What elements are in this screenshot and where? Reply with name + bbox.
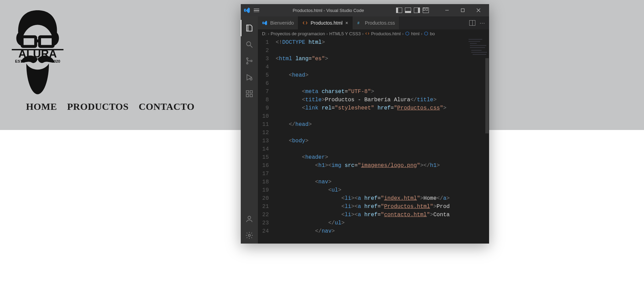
code-line[interactable] (276, 129, 489, 137)
minimize-button[interactable] (439, 4, 455, 16)
svg-line-13 (250, 45, 252, 48)
svg-point-22 (248, 216, 251, 219)
explorer-icon[interactable] (241, 20, 258, 36)
accounts-icon[interactable] (241, 211, 258, 227)
vscode-logo-icon (244, 7, 250, 14)
code-line[interactable]: <link rel="stylesheet" href="Productos.c… (276, 104, 489, 112)
toggle-secondary-sidebar-icon[interactable] (414, 8, 420, 13)
vscode-window: Productos.html - Visual Studio Code (241, 4, 489, 244)
more-actions-icon[interactable]: ⋯ (479, 20, 485, 26)
window-controls (439, 4, 486, 16)
code-line[interactable] (276, 63, 489, 71)
svg-point-23 (248, 234, 250, 236)
window-title: Productos.html - Visual Studio Code (264, 8, 393, 13)
editor-area: Bienvenido Productos.html × # Productos.… (258, 16, 489, 244)
code-line[interactable]: <li><a href="Productos.html">Prod (276, 203, 489, 211)
line-number: 17 (258, 170, 269, 178)
breadcrumb-segment[interactable]: HTML5 Y CSS3 (329, 31, 361, 36)
code-content[interactable]: <!DOCTYPE html><html lang="es"> <head> <… (276, 38, 489, 244)
code-line[interactable]: </ul> (276, 219, 489, 227)
tab-productos-css[interactable]: # Productos.css (353, 16, 399, 29)
code-line[interactable] (276, 47, 489, 55)
code-line[interactable]: <!DOCTYPE html> (276, 38, 489, 47)
code-line[interactable]: <ul> (276, 186, 489, 194)
breadcrumb-segment[interactable]: Productos.html (371, 31, 401, 36)
tab-label: Productos.html (311, 20, 342, 26)
source-control-icon[interactable] (241, 53, 258, 69)
svg-rect-31 (471, 52, 487, 53)
line-number: 19 (258, 186, 269, 194)
breadcrumb-segment[interactable]: html (411, 31, 420, 36)
code-line[interactable]: <li><a href="contacto.html">Conta (276, 211, 489, 219)
svg-rect-29 (470, 47, 485, 48)
line-number: 5 (258, 71, 269, 79)
nav-home[interactable]: HOME (26, 101, 57, 112)
svg-point-16 (251, 60, 252, 62)
split-editor-icon[interactable] (469, 20, 475, 26)
code-line[interactable] (276, 145, 489, 153)
vscode-welcome-icon (262, 20, 267, 26)
svg-rect-1 (40, 37, 53, 46)
code-line[interactable]: <h1><img src="imagenes/logo.png"></h1> (276, 161, 489, 170)
breadcrumb-segment[interactable]: bo (430, 31, 435, 36)
run-debug-icon[interactable] (241, 69, 258, 86)
css-file-icon: # (357, 20, 362, 26)
customize-layout-icon[interactable] (423, 8, 429, 13)
line-number-gutter: 123456789101112131415161718192021222324 (258, 38, 276, 244)
code-line[interactable]: <nav> (276, 178, 489, 186)
code-editor[interactable]: 123456789101112131415161718192021222324 … (258, 38, 489, 244)
close-button[interactable] (471, 4, 486, 16)
line-number: 12 (258, 129, 269, 137)
line-number: 6 (258, 79, 269, 88)
line-number: 4 (258, 63, 269, 71)
settings-icon[interactable] (241, 227, 258, 244)
minimap[interactable] (468, 38, 488, 59)
breadcrumb-drive[interactable]: D: (262, 31, 266, 36)
toggle-primary-sidebar-icon[interactable] (396, 8, 402, 13)
nav-productos[interactable]: PRODUCTOS (67, 101, 129, 112)
code-line[interactable]: <header> (276, 153, 489, 161)
toggle-panel-icon[interactable] (405, 8, 411, 13)
tab-label: Productos.css (365, 20, 395, 26)
editor-scrollbar[interactable] (484, 58, 489, 244)
code-line[interactable] (276, 170, 489, 178)
code-line[interactable]: </nav> (276, 227, 489, 235)
line-number: 2 (258, 47, 269, 55)
tab-productos-html[interactable]: Productos.html × (298, 16, 353, 29)
code-line[interactable]: <li><a href="index.html">Home</a> (276, 194, 489, 203)
titlebar[interactable]: Productos.html - Visual Studio Code (241, 4, 489, 16)
code-line[interactable]: <head> (276, 71, 489, 79)
svg-point-14 (247, 58, 248, 59)
nav-contacto[interactable]: CONTACTO (139, 101, 194, 112)
svg-rect-20 (250, 94, 252, 97)
code-line[interactable]: <html lang="es"> (276, 55, 489, 63)
scrollbar-thumb[interactable] (485, 58, 489, 133)
line-number: 21 (258, 203, 269, 211)
breadcrumb-segment[interactable]: Proyectos de programacion (271, 31, 325, 36)
line-number: 7 (258, 88, 269, 96)
close-tab-icon[interactable]: × (345, 20, 348, 26)
barberia-logo: ALURA ESTD 2020 (7, 6, 68, 95)
code-line[interactable]: <body> (276, 137, 489, 145)
extensions-icon[interactable] (241, 86, 258, 102)
code-line[interactable]: <title>Productos - Barbería Alura</title… (276, 96, 489, 104)
code-line[interactable]: <meta charset="UTF-8"> (276, 88, 489, 96)
layout-controls (396, 8, 429, 13)
svg-text:2020: 2020 (52, 59, 60, 63)
svg-rect-0 (22, 37, 36, 46)
breadcrumb[interactable]: D: › Proyectos de programacion › HTML5 Y… (258, 29, 489, 38)
code-line[interactable] (276, 112, 489, 120)
line-number: 11 (258, 120, 269, 129)
code-line[interactable] (276, 79, 489, 88)
search-icon[interactable] (241, 36, 258, 53)
code-line[interactable]: </head> (276, 120, 489, 129)
maximize-button[interactable] (455, 4, 471, 16)
html-file-icon (302, 20, 308, 26)
symbol-icon (405, 31, 410, 36)
line-number: 15 (258, 153, 269, 161)
tab-bienvenido[interactable]: Bienvenido (258, 16, 298, 29)
svg-line-3 (17, 37, 22, 39)
menu-icon[interactable] (254, 7, 261, 14)
line-number: 14 (258, 145, 269, 153)
activity-bar (241, 16, 258, 244)
